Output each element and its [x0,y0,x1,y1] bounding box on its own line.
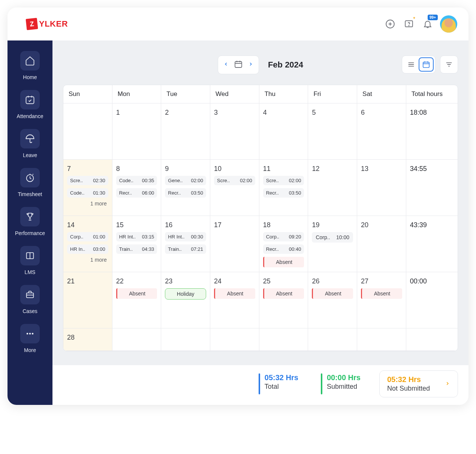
calendar-cell[interactable]: 6 [357,103,406,160]
sidebar-item-timesheet[interactable]: Timesheet [7,165,52,202]
sidebar-item-label: Cases [22,308,37,314]
calendar-icon-button[interactable] [234,60,243,70]
calendar-cell[interactable]: 16HR Int..00:30Train..07:21 [161,216,210,272]
calendar-cell[interactable]: 18Corp..09:20Recr..00:40Absent [259,216,308,272]
briefcase-icon [25,289,35,300]
day-number: 3 [214,109,255,117]
time-entry[interactable]: Recr..03:50 [263,188,304,198]
day-number: 11 [263,165,304,173]
calendar-cell[interactable]: 19Corp..10:00 [308,216,357,272]
time-entry[interactable]: Recr..06:00 [116,188,157,198]
time-entry[interactable]: Corp..09:20 [263,232,304,241]
time-entry[interactable]: Train..07:21 [165,244,206,254]
header-actions: 99+ [384,15,457,33]
logo[interactable]: Z YLKER [26,18,68,30]
clock-icon [25,172,35,183]
sidebar-item-lms[interactable]: LMS [7,243,52,280]
time-entry[interactable]: Train..04:33 [116,244,157,254]
time-entry[interactable]: Scre..02:00 [214,176,255,185]
not-submitted-box[interactable]: 05:32 Hrs Not Submitted [379,370,458,397]
calendar-cell[interactable]: 13 [357,160,406,216]
time-entry[interactable]: Scre..02:30 [67,176,108,185]
day-number: 4 [263,109,304,117]
calendar-cell[interactable]: 26Absent [308,272,357,328]
calendar-cell[interactable]: 22Absent [112,272,162,328]
total-hours-cell: 00:00 [406,272,458,328]
calendar-cell[interactable]: 14Corp..01:00HR In..03:001 more [63,216,112,272]
time-entry[interactable]: HR Int..03:15 [116,232,157,241]
calendar-cell[interactable]: 9Gene..02:00Recr..03:50 [161,160,210,216]
time-entry[interactable]: Corp..01:00 [67,232,108,241]
stat-total-label: Total [265,383,298,391]
calendar-header-cell: Tue [161,85,210,103]
time-entry[interactable]: Code..00:35 [116,176,157,185]
calendar-cell[interactable]: 17 [210,216,259,272]
day-number: 2 [165,109,206,117]
calendar-cell[interactable] [308,328,357,351]
calendar-cell[interactable]: 23Holiday [161,272,210,328]
calendar-cell[interactable]: 1 [112,103,162,160]
calendar-cell[interactable]: 4 [259,103,308,160]
total-hours-cell: 18:08 [406,103,458,160]
calendar-cell[interactable]: 2 [161,103,210,160]
day-number: 19 [312,221,353,229]
prev-month-button[interactable] [223,61,229,69]
calendar-cell[interactable]: 28 [63,328,112,351]
sidebar-item-label: More [24,347,36,353]
sidebar-item-cases[interactable]: Cases [7,282,52,319]
time-entry[interactable]: Scre..02:00 [263,176,304,185]
total-hours-value: 43:39 [410,221,454,229]
calendar-header-cell: Thu [259,85,308,103]
stat-submitted: 00:00 Hrs Submitted [310,370,372,397]
avatar[interactable] [440,15,457,33]
time-entry[interactable]: Recr..00:40 [263,244,304,254]
calendar-cell[interactable] [259,328,308,351]
list-view-button[interactable] [404,57,419,72]
calendar-cell[interactable]: 7Scre..02:30Code..01:301 more [63,160,112,216]
calendar-cell[interactable]: 10Scre..02:00 [210,160,259,216]
calendar-cell[interactable]: 8Code..00:35Recr..06:00 [112,160,162,216]
svg-rect-5 [26,97,34,104]
calendar-cell[interactable]: 24Absent [210,272,259,328]
calendar-cell[interactable]: 21 [63,272,112,328]
more-link[interactable]: 1 more [67,257,108,263]
calendar-cell[interactable] [210,328,259,351]
sidebar-item-performance[interactable]: Performance [7,204,52,241]
time-entry[interactable]: Gene..02:00 [165,176,206,185]
calendar-view-button[interactable] [419,57,434,72]
svg-point-11 [29,333,31,335]
sidebar-item-more[interactable]: More [7,321,52,358]
calendar-header-cell: Sun [63,85,112,103]
calendar-cell[interactable] [63,103,112,160]
stat-submitted-label: Submitted [327,383,361,391]
calendar-cell[interactable]: 27Absent [357,272,406,328]
filter-button[interactable] [440,55,458,73]
sidebar-item-leave[interactable]: Leave [7,126,52,163]
time-entry[interactable]: Code..01:30 [67,188,108,198]
calendar-cell[interactable] [112,328,162,351]
chevron-right-icon [445,380,450,388]
time-entry[interactable]: Recr..03:50 [165,188,206,198]
calendar-row: 28 [63,328,458,351]
calendar-cell[interactable]: 3 [210,103,259,160]
next-month-button[interactable] [248,61,253,69]
time-entry[interactable]: Corp..10:00 [312,232,353,243]
calendar-cell[interactable]: 12 [308,160,357,216]
add-button[interactable] [384,18,397,30]
calendar-cell[interactable] [357,328,406,351]
calendar-cell[interactable] [161,328,210,351]
calendar-cell[interactable]: 25Absent [259,272,308,328]
view-controls [402,55,458,73]
calendar-cell[interactable]: 15HR Int..03:15Train..04:33 [112,216,162,272]
help-button[interactable] [403,18,415,30]
time-entry[interactable]: HR In..03:00 [67,244,108,254]
time-entry[interactable]: HR Int..00:30 [165,232,206,241]
notifications-button[interactable]: 99+ [421,18,434,30]
calendar-cell[interactable]: 11Scre..02:00Recr..03:50 [259,160,308,216]
sidebar-item-home[interactable]: Home [7,48,52,85]
day-number: 28 [67,334,108,342]
calendar-cell[interactable]: 20 [357,216,406,272]
sidebar-item-attendance[interactable]: Attendance [7,87,52,124]
more-link[interactable]: 1 more [67,201,108,207]
calendar-cell[interactable]: 5 [308,103,357,160]
